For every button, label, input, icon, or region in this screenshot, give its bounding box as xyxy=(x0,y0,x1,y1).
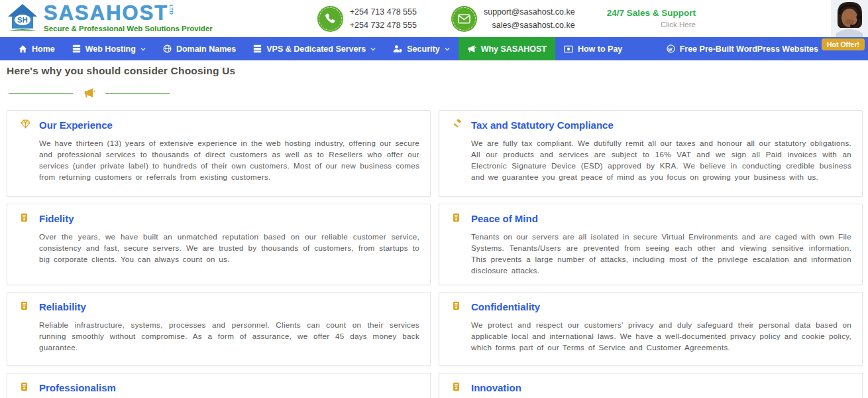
phone-number-2[interactable]: +254 732 478 555 xyxy=(350,19,417,32)
nav-item-web-hosting[interactable]: Web Hosting xyxy=(64,37,154,60)
nav-item-free-wordpress-websites[interactable]: Free Pre-Built WordPress Websites xyxy=(648,44,827,54)
user-shield-icon xyxy=(393,44,402,53)
gavel-icon xyxy=(453,119,462,131)
heading-divider xyxy=(9,88,863,98)
nav-item-vps-dedicated-servers[interactable]: VPS & Dedicated Servers xyxy=(244,37,384,60)
nav-label: Why SASAHOST xyxy=(481,44,547,54)
nav-label: Web Hosting xyxy=(85,44,136,54)
divider-line xyxy=(105,93,170,94)
nav-item-why-sasahost[interactable]: Why SASAHOST xyxy=(459,37,555,60)
megaphone-icon xyxy=(467,44,476,53)
nav-item-security[interactable]: Security xyxy=(384,37,458,60)
nav-item-home[interactable]: Home xyxy=(0,37,64,60)
card-title: Professionalism xyxy=(39,382,419,393)
card-innovation: Innovation Utilizing the latest knowledg… xyxy=(439,373,863,398)
award-icon xyxy=(453,301,460,313)
logo-name: SASAHOST xyxy=(44,3,168,23)
phone-numbers: +254 713 478 555 +254 732 478 555 xyxy=(350,5,417,32)
server-icon xyxy=(72,44,81,53)
email-addresses: support@sasahost.co.ke sales@sasahost.co… xyxy=(484,5,575,32)
card-professionalism: Professionalism High work ethics, honest… xyxy=(7,373,431,398)
card-body: We have thirteen (13) years of extensive… xyxy=(39,137,419,182)
logo-ltd: LTD xyxy=(168,5,174,15)
email-contact: support@sasahost.co.ke sales@sasahost.co… xyxy=(451,5,575,32)
nav-label: VPS & Dedicated Servers xyxy=(266,44,366,54)
card-our-experience: Our Experience We have thirteen (13) yea… xyxy=(7,110,431,197)
award-icon xyxy=(21,301,28,313)
chevron-down-icon xyxy=(140,46,146,52)
card-body: Over the years, we have built an unmatch… xyxy=(39,231,419,265)
card-confidentiality: Confidentiality We protect and respect o… xyxy=(439,292,863,366)
card-title: Peace of Mind xyxy=(471,213,851,224)
page-title: Here's why you should consider Choosing … xyxy=(7,63,863,77)
email-sales[interactable]: sales@sasahost.co.ke xyxy=(484,19,575,32)
card-title: Tax and Statutory Compliance xyxy=(471,119,851,131)
main-nav: Home Web Hosting Domain Names VPS & Dedi… xyxy=(0,37,868,60)
top-header: SH SASAHOST LTD Secure & Professional We… xyxy=(0,0,868,37)
logo[interactable]: SH SASAHOST LTD Secure & Professional We… xyxy=(5,3,213,34)
globe-icon xyxy=(163,44,172,53)
nav-label: Home xyxy=(32,44,55,54)
hot-offer-badge[interactable]: Hot Offer! xyxy=(822,38,865,50)
email-support[interactable]: support@sasahost.co.ke xyxy=(484,5,575,19)
support-click-here-link[interactable]: Click Here xyxy=(607,19,696,30)
page: SH SASAHOST LTD Secure & Professional We… xyxy=(0,0,868,398)
award-icon xyxy=(453,382,460,394)
logo-house-icon: SH xyxy=(5,3,40,34)
card-title: Our Experience xyxy=(39,119,419,131)
card-title: Confidentiality xyxy=(471,301,851,312)
main-content: Here's why you should consider Choosing … xyxy=(0,60,868,398)
phone-icon xyxy=(317,6,343,32)
award-icon xyxy=(453,213,460,225)
nav-item-domain-names[interactable]: Domain Names xyxy=(154,37,244,60)
server-icon xyxy=(253,44,262,53)
chevron-down-icon xyxy=(370,46,376,52)
card-body: We are fully tax compliant. We dutifully… xyxy=(471,137,851,182)
card-peace-of-mind: Peace of Mind Tenants on our servers are… xyxy=(439,204,863,285)
award-icon xyxy=(21,213,28,225)
card-tax-statutory-compliance: Tax and Statutory Compliance We are full… xyxy=(439,110,863,197)
svg-text:SH: SH xyxy=(17,16,27,24)
home-icon xyxy=(19,44,27,53)
card-title: Fidelity xyxy=(39,213,419,224)
support-agent-photo xyxy=(831,0,868,37)
wordpress-icon xyxy=(667,44,675,53)
megaphone-icon xyxy=(83,88,95,98)
phone-contact: +254 713 478 555 +254 732 478 555 xyxy=(317,5,417,32)
logo-tagline: Secure & Professional Web Solutions Prov… xyxy=(44,25,213,33)
support-title: 24/7 Sales & Support xyxy=(607,7,696,19)
payment-icon xyxy=(564,45,573,53)
card-title: Innovation xyxy=(471,382,851,393)
support-block: 24/7 Sales & Support Click Here xyxy=(607,7,696,30)
card-body: Reliable infrastructure, systems, proces… xyxy=(39,319,419,353)
divider-line xyxy=(9,93,73,94)
card-body: We protect and respect our customers’ pr… xyxy=(471,319,851,353)
nav-item-how-to-pay[interactable]: How to Pay xyxy=(555,37,631,60)
nav-label: Free Pre-Built WordPress Websites xyxy=(680,44,818,54)
card-title: Reliability xyxy=(39,301,419,312)
card-body: Tenants on our servers are all isolated … xyxy=(471,231,851,276)
phone-number-1[interactable]: +254 713 478 555 xyxy=(350,5,417,19)
logo-text: SASAHOST LTD Secure & Professional Web S… xyxy=(44,3,213,33)
card-reliability: Reliability Reliable infrastructure, sys… xyxy=(7,292,431,366)
gem-icon xyxy=(21,119,30,131)
envelope-icon xyxy=(451,6,477,32)
nav-label: How to Pay xyxy=(578,44,622,54)
chevron-down-icon xyxy=(445,46,450,52)
card-fidelity: Fidelity Over the years, we have built a… xyxy=(7,204,431,285)
nav-label: Domain Names xyxy=(176,44,236,54)
nav-label: Security xyxy=(407,44,439,54)
benefit-cards-grid: Our Experience We have thirteen (13) yea… xyxy=(7,110,863,398)
award-icon xyxy=(21,382,28,394)
